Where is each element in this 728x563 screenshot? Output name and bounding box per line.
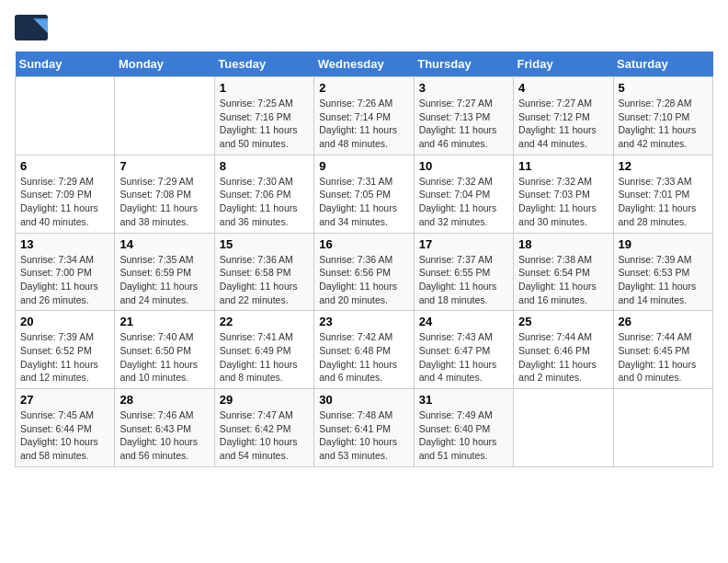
calendar-cell: 17Sunrise: 7:37 AM Sunset: 6:55 PM Dayli… — [414, 233, 513, 311]
calendar-cell: 24Sunrise: 7:43 AM Sunset: 6:47 PM Dayli… — [414, 311, 513, 389]
calendar-cell: 27Sunrise: 7:45 AM Sunset: 6:44 PM Dayli… — [16, 389, 115, 467]
cell-info: Sunrise: 7:29 AM Sunset: 7:09 PM Dayligh… — [20, 175, 109, 229]
header-monday: Monday — [115, 52, 214, 77]
header-thursday: Thursday — [414, 52, 513, 77]
calendar-cell: 16Sunrise: 7:36 AM Sunset: 6:56 PM Dayli… — [314, 233, 414, 311]
day-number: 9 — [319, 159, 408, 173]
day-number: 16 — [319, 237, 408, 251]
cell-info: Sunrise: 7:30 AM Sunset: 7:06 PM Dayligh… — [220, 175, 309, 229]
day-number: 18 — [518, 237, 608, 251]
calendar-cell: 22Sunrise: 7:41 AM Sunset: 6:49 PM Dayli… — [214, 311, 313, 389]
cell-info: Sunrise: 7:34 AM Sunset: 7:00 PM Dayligh… — [20, 253, 109, 307]
header-tuesday: Tuesday — [214, 52, 313, 77]
calendar-cell: 13Sunrise: 7:34 AM Sunset: 7:00 PM Dayli… — [16, 233, 115, 311]
cell-info: Sunrise: 7:38 AM Sunset: 6:54 PM Dayligh… — [518, 253, 608, 307]
day-number: 15 — [220, 237, 309, 251]
day-number: 23 — [319, 315, 408, 328]
calendar-table: SundayMondayTuesdayWednesdayThursdayFrid… — [15, 52, 713, 467]
calendar-cell: 26Sunrise: 7:44 AM Sunset: 6:45 PM Dayli… — [613, 311, 712, 389]
cell-info: Sunrise: 7:36 AM Sunset: 6:56 PM Dayligh… — [319, 253, 408, 307]
day-number: 30 — [319, 393, 408, 407]
calendar-cell: 14Sunrise: 7:35 AM Sunset: 6:59 PM Dayli… — [115, 233, 214, 311]
day-number: 4 — [518, 81, 608, 95]
header-wednesday: Wednesday — [314, 52, 414, 77]
cell-info: Sunrise: 7:33 AM Sunset: 7:01 PM Dayligh… — [619, 175, 708, 229]
calendar-cell: 7Sunrise: 7:29 AM Sunset: 7:08 PM Daylig… — [115, 155, 214, 233]
calendar-cell: 19Sunrise: 7:39 AM Sunset: 6:53 PM Dayli… — [613, 233, 712, 311]
calendar-cell: 5Sunrise: 7:28 AM Sunset: 7:10 PM Daylig… — [613, 77, 712, 155]
week-row-5: 27Sunrise: 7:45 AM Sunset: 6:44 PM Dayli… — [16, 389, 713, 467]
day-number: 20 — [20, 315, 109, 328]
calendar-cell: 20Sunrise: 7:39 AM Sunset: 6:52 PM Dayli… — [16, 311, 115, 389]
calendar-cell — [115, 77, 214, 155]
calendar-cell: 23Sunrise: 7:42 AM Sunset: 6:48 PM Dayli… — [314, 311, 414, 389]
calendar-cell: 25Sunrise: 7:44 AM Sunset: 6:46 PM Dayli… — [514, 311, 613, 389]
calendar-cell: 1Sunrise: 7:25 AM Sunset: 7:16 PM Daylig… — [214, 77, 313, 155]
page-header — [15, 15, 713, 40]
calendar-cell — [613, 389, 712, 467]
day-number: 24 — [419, 315, 508, 328]
cell-info: Sunrise: 7:25 AM Sunset: 7:16 PM Dayligh… — [220, 97, 309, 151]
cell-info: Sunrise: 7:37 AM Sunset: 6:55 PM Dayligh… — [419, 253, 508, 307]
day-number: 6 — [20, 159, 109, 173]
day-number: 14 — [119, 237, 209, 251]
day-number: 25 — [518, 315, 608, 328]
calendar-cell: 10Sunrise: 7:32 AM Sunset: 7:04 PM Dayli… — [414, 155, 513, 233]
calendar-cell: 18Sunrise: 7:38 AM Sunset: 6:54 PM Dayli… — [514, 233, 613, 311]
cell-info: Sunrise: 7:27 AM Sunset: 7:12 PM Dayligh… — [518, 97, 608, 151]
cell-info: Sunrise: 7:44 AM Sunset: 6:46 PM Dayligh… — [518, 330, 608, 385]
calendar-cell: 8Sunrise: 7:30 AM Sunset: 7:06 PM Daylig… — [214, 155, 313, 233]
cell-info: Sunrise: 7:29 AM Sunset: 7:08 PM Dayligh… — [119, 175, 209, 229]
calendar-cell: 3Sunrise: 7:27 AM Sunset: 7:13 PM Daylig… — [414, 77, 513, 155]
day-number: 3 — [419, 81, 508, 95]
day-number: 19 — [619, 237, 708, 251]
day-number: 26 — [619, 315, 708, 328]
calendar-cell: 4Sunrise: 7:27 AM Sunset: 7:12 PM Daylig… — [514, 77, 613, 155]
header-sunday: Sunday — [16, 52, 115, 77]
cell-info: Sunrise: 7:26 AM Sunset: 7:14 PM Dayligh… — [319, 97, 408, 151]
week-row-3: 13Sunrise: 7:34 AM Sunset: 7:00 PM Dayli… — [16, 233, 713, 311]
day-number: 5 — [619, 81, 708, 95]
day-number: 10 — [419, 159, 508, 173]
cell-info: Sunrise: 7:43 AM Sunset: 6:47 PM Dayligh… — [419, 330, 508, 385]
header-saturday: Saturday — [613, 52, 712, 77]
cell-info: Sunrise: 7:44 AM Sunset: 6:45 PM Dayligh… — [619, 330, 708, 385]
calendar-cell: 9Sunrise: 7:31 AM Sunset: 7:05 PM Daylig… — [314, 155, 414, 233]
cell-info: Sunrise: 7:49 AM Sunset: 6:40 PM Dayligh… — [419, 408, 508, 463]
day-number: 11 — [518, 159, 608, 173]
cell-info: Sunrise: 7:32 AM Sunset: 7:03 PM Dayligh… — [518, 175, 608, 229]
cell-info: Sunrise: 7:35 AM Sunset: 6:59 PM Dayligh… — [119, 253, 209, 307]
day-number: 29 — [220, 393, 309, 407]
calendar-cell: 2Sunrise: 7:26 AM Sunset: 7:14 PM Daylig… — [314, 77, 414, 155]
calendar-cell — [514, 389, 613, 467]
cell-info: Sunrise: 7:32 AM Sunset: 7:04 PM Dayligh… — [419, 175, 508, 229]
day-number: 28 — [119, 393, 209, 407]
week-row-4: 20Sunrise: 7:39 AM Sunset: 6:52 PM Dayli… — [16, 311, 713, 389]
day-number: 17 — [419, 237, 508, 251]
day-number: 7 — [119, 159, 209, 173]
day-number: 8 — [220, 159, 309, 173]
calendar-cell: 6Sunrise: 7:29 AM Sunset: 7:09 PM Daylig… — [16, 155, 115, 233]
day-number: 27 — [20, 393, 109, 407]
calendar-cell: 12Sunrise: 7:33 AM Sunset: 7:01 PM Dayli… — [613, 155, 712, 233]
cell-info: Sunrise: 7:31 AM Sunset: 7:05 PM Dayligh… — [319, 175, 408, 229]
calendar-cell: 28Sunrise: 7:46 AM Sunset: 6:43 PM Dayli… — [115, 389, 214, 467]
calendar-cell: 11Sunrise: 7:32 AM Sunset: 7:03 PM Dayli… — [514, 155, 613, 233]
day-number: 2 — [319, 81, 408, 95]
calendar-cell: 15Sunrise: 7:36 AM Sunset: 6:58 PM Dayli… — [214, 233, 313, 311]
calendar-cell: 30Sunrise: 7:48 AM Sunset: 6:41 PM Dayli… — [314, 389, 414, 467]
calendar-cell: 21Sunrise: 7:40 AM Sunset: 6:50 PM Dayli… — [115, 311, 214, 389]
cell-info: Sunrise: 7:42 AM Sunset: 6:48 PM Dayligh… — [319, 330, 408, 385]
day-number: 31 — [419, 393, 508, 407]
day-number: 21 — [119, 315, 209, 328]
cell-info: Sunrise: 7:40 AM Sunset: 6:50 PM Dayligh… — [119, 330, 209, 385]
day-number: 12 — [619, 159, 708, 173]
calendar-cell: 31Sunrise: 7:49 AM Sunset: 6:40 PM Dayli… — [414, 389, 513, 467]
logo — [15, 15, 53, 40]
cell-info: Sunrise: 7:41 AM Sunset: 6:49 PM Dayligh… — [220, 330, 309, 385]
day-number: 22 — [220, 315, 309, 328]
header-row: SundayMondayTuesdayWednesdayThursdayFrid… — [16, 52, 713, 77]
week-row-1: 1Sunrise: 7:25 AM Sunset: 7:16 PM Daylig… — [16, 77, 713, 155]
logo-icon — [15, 15, 48, 40]
calendar-cell: 29Sunrise: 7:47 AM Sunset: 6:42 PM Dayli… — [214, 389, 313, 467]
